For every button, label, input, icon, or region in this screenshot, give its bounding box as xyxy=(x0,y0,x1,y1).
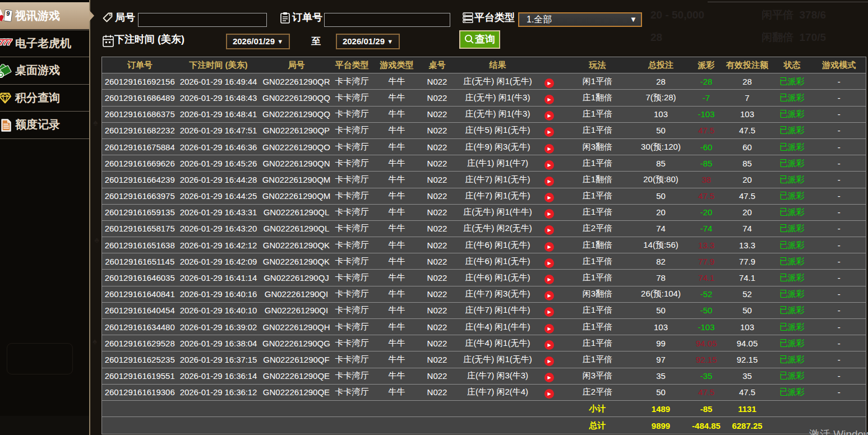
svg-text:777: 777 xyxy=(0,37,12,47)
